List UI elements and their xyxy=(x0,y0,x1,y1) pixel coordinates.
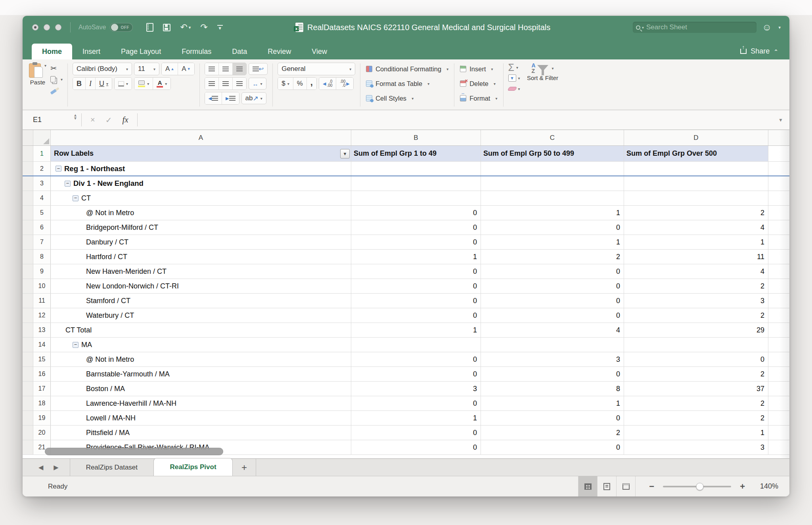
cell[interactable]: 0 xyxy=(481,440,624,454)
fill-button[interactable]: ▼▾ xyxy=(508,73,520,83)
orientation-button[interactable]: ab↗▾ xyxy=(241,92,266,104)
column-header-d[interactable]: D xyxy=(624,130,768,145)
cell[interactable] xyxy=(624,191,768,205)
normal-view-button[interactable] xyxy=(578,476,598,496)
align-top-button[interactable] xyxy=(205,63,219,75)
zoom-window-button[interactable] xyxy=(55,24,61,31)
conditional-formatting-button[interactable]: Conditional Formatting▾ xyxy=(365,63,449,75)
tab-formulas[interactable]: Formulas xyxy=(171,44,222,59)
cell[interactable]: 37 xyxy=(624,382,768,396)
cell[interactable]: 0 xyxy=(624,352,768,367)
decrease-decimal-button[interactable]: .00.0 ▶ xyxy=(336,78,353,90)
collapse-button[interactable]: − xyxy=(65,181,71,187)
cell[interactable] xyxy=(768,367,789,381)
cell[interactable]: 0 xyxy=(351,308,481,323)
row-number[interactable]: 11 xyxy=(33,294,51,308)
page-layout-view-button[interactable] xyxy=(598,476,617,496)
cell[interactable]: 0 xyxy=(351,426,481,440)
align-bottom-button[interactable] xyxy=(233,63,246,75)
cell[interactable]: 0 xyxy=(481,367,624,381)
cell[interactable]: 3 xyxy=(624,294,768,308)
cell[interactable] xyxy=(351,176,481,191)
format-painter-button[interactable] xyxy=(50,86,63,95)
cell[interactable]: 11 xyxy=(624,250,768,264)
tab-page-layout[interactable]: Page Layout xyxy=(111,44,171,59)
cell[interactable] xyxy=(481,162,624,176)
cell[interactable]: 0 xyxy=(351,235,481,249)
copy-button[interactable]: ▾ xyxy=(50,74,63,84)
new-document-icon[interactable] xyxy=(146,23,153,32)
cell[interactable]: 4 xyxy=(624,220,768,235)
cell[interactable]: 0 xyxy=(481,279,624,293)
cell[interactable]: 0 xyxy=(481,411,624,425)
cell[interactable]: 3 xyxy=(481,352,624,367)
cell[interactable]: Sum of Empl Grp Over 500 xyxy=(624,146,768,161)
tab-home[interactable]: Home xyxy=(32,44,72,59)
cell[interactable]: 4 xyxy=(481,323,624,337)
column-header-a[interactable]: A xyxy=(51,130,351,145)
borders-button[interactable]: ▾ xyxy=(115,78,132,90)
horizontal-scrollbar[interactable] xyxy=(45,448,223,455)
row-number[interactable]: 14 xyxy=(33,338,51,352)
formula-input[interactable] xyxy=(138,110,779,130)
cell[interactable]: Pittsfield / MA xyxy=(51,426,351,440)
cell[interactable] xyxy=(768,411,789,425)
increase-decimal-button[interactable]: ◀ .0.00 xyxy=(319,78,336,90)
cell[interactable] xyxy=(481,191,624,205)
cell[interactable]: 1 xyxy=(481,235,624,249)
cell[interactable]: 0 xyxy=(481,220,624,235)
zoom-slider[interactable] xyxy=(663,486,731,487)
cell[interactable] xyxy=(351,191,481,205)
cell[interactable]: 0 xyxy=(481,308,624,323)
cell[interactable]: Sum of Empl Grp 1 to 49 xyxy=(351,146,481,161)
cell[interactable] xyxy=(768,235,789,249)
cell[interactable] xyxy=(624,162,768,176)
autosum-button[interactable]: Σ▾ xyxy=(508,63,520,72)
cell[interactable] xyxy=(768,191,789,205)
cell[interactable] xyxy=(768,294,789,308)
page-break-view-button[interactable] xyxy=(617,476,636,496)
tab-view[interactable]: View xyxy=(301,44,337,59)
cell[interactable]: 2 xyxy=(624,279,768,293)
cell[interactable]: Bridgeport-Milford / CT xyxy=(51,220,351,235)
italic-button[interactable]: I xyxy=(86,78,96,90)
row-number[interactable]: 10 xyxy=(33,279,51,293)
row-number[interactable]: 5 xyxy=(33,206,51,220)
cell[interactable] xyxy=(768,176,789,191)
cell[interactable] xyxy=(768,206,789,220)
cell[interactable] xyxy=(481,176,624,191)
row-number[interactable]: 2 xyxy=(33,162,51,176)
column-header-c[interactable]: C xyxy=(481,130,624,145)
comma-format-button[interactable]: , xyxy=(307,78,316,90)
cell[interactable]: 1 xyxy=(351,411,481,425)
cell[interactable]: 1 xyxy=(624,426,768,440)
cell[interactable] xyxy=(768,426,789,440)
underline-button[interactable]: U▾ xyxy=(96,78,112,90)
cell[interactable]: 0 xyxy=(481,294,624,308)
row-number[interactable]: 3 xyxy=(33,176,51,191)
cell[interactable]: New Haven-Meriden / CT xyxy=(51,264,351,279)
align-left-button[interactable] xyxy=(205,78,219,90)
cell[interactable]: 0 xyxy=(481,264,624,279)
cell[interactable] xyxy=(768,220,789,235)
cell[interactable]: 0 xyxy=(351,440,481,454)
cell[interactable]: 29 xyxy=(624,323,768,337)
sheet-nav-right-icon[interactable]: ▶ xyxy=(54,464,58,471)
select-all-corner[interactable] xyxy=(33,130,51,145)
name-box[interactable]: E1 ▲▼ xyxy=(23,110,81,130)
row-number[interactable]: 9 xyxy=(33,264,51,279)
cell[interactable]: 0 xyxy=(351,352,481,367)
cell[interactable] xyxy=(351,338,481,352)
formula-bar-expand-icon[interactable]: ▼ xyxy=(778,110,789,130)
name-box-spinner-icon[interactable]: ▲▼ xyxy=(73,114,77,120)
cell-styles-button[interactable]: Cell Styles▾ xyxy=(365,92,449,105)
row-number[interactable]: 15 xyxy=(33,352,51,367)
cell[interactable]: 3 xyxy=(351,382,481,396)
tab-insert[interactable]: Insert xyxy=(72,44,111,59)
undo-icon[interactable]: ↶▾ xyxy=(180,23,191,32)
cell[interactable]: Lowell / MA-NH xyxy=(51,411,351,425)
cell[interactable] xyxy=(624,176,768,191)
cell[interactable]: New London-Norwich / CT-RI xyxy=(51,279,351,293)
cell[interactable] xyxy=(768,440,789,454)
cell[interactable]: @ Not in Metro xyxy=(51,206,351,220)
